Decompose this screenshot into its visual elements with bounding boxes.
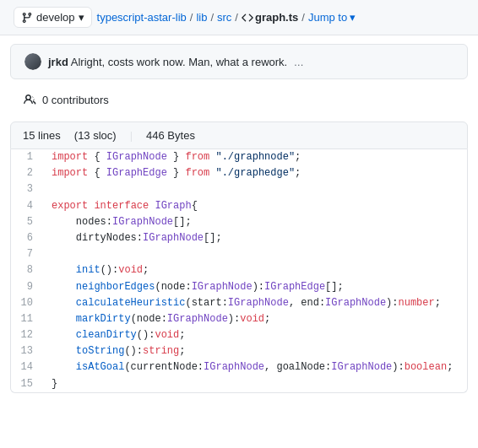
branch-icon <box>21 12 33 24</box>
file-size: 446 Bytes <box>146 129 195 142</box>
table-row: 14 isAtGoal(currentNode:IGraphNode, goal… <box>11 359 467 375</box>
line-number: 2 <box>11 165 43 181</box>
table-row: 4 export interface IGraph{ <box>11 198 467 214</box>
table-row: 3 <box>11 181 467 197</box>
breadcrumb: typescript-astar-lib / lib / src / graph… <box>97 11 356 24</box>
line-code: cleanDirty():void; <box>43 327 467 343</box>
avatar <box>24 53 41 70</box>
table-row: 1 import { IGraphNode } from "./graphnod… <box>11 149 467 165</box>
breadcrumb-file: graph.ts <box>242 11 298 24</box>
line-number: 4 <box>11 198 43 214</box>
header-bar: develop ▾ typescript-astar-lib / lib / s… <box>0 0 478 35</box>
breadcrumb-src[interactable]: src <box>217 11 231 24</box>
line-code: } <box>43 376 467 392</box>
code-container: 1 import { IGraphNode } from "./graphnod… <box>10 149 468 393</box>
table-row: 13 toString():string; <box>11 343 467 359</box>
branch-dropdown-icon: ▾ <box>79 11 84 24</box>
table-row: 10 calculateHeuristic(start:IGraphNode, … <box>11 295 467 311</box>
table-row: 7 <box>11 246 467 262</box>
branch-button[interactable]: develop ▾ <box>14 7 92 28</box>
code-icon <box>242 12 253 24</box>
line-number: 13 <box>11 343 43 359</box>
jump-to-button[interactable]: Jump to ▾ <box>308 11 356 24</box>
table-row: 9 neighborEdges(node:IGraphNode):IGraphE… <box>11 279 467 295</box>
commit-author[interactable]: jrkd <box>48 56 68 68</box>
line-code <box>43 246 467 262</box>
table-row: 5 nodes:IGraphNode[]; <box>11 214 467 230</box>
line-code: import { IGraphNode } from "./graphnode"… <box>43 149 467 165</box>
line-code: neighborEdges(node:IGraphNode):IGraphEdg… <box>43 279 467 295</box>
line-number: 14 <box>11 359 43 375</box>
contributors-count: 0 contributors <box>42 94 109 106</box>
line-number: 12 <box>11 327 43 343</box>
branch-label: develop <box>36 11 75 24</box>
line-number: 6 <box>11 230 43 246</box>
line-number: 5 <box>11 214 43 230</box>
line-code: dirtyNodes:IGraphNode[]; <box>43 230 467 246</box>
code-table: 1 import { IGraphNode } from "./graphnod… <box>11 149 467 392</box>
line-number: 15 <box>11 376 43 392</box>
line-code: toString():string; <box>43 343 467 359</box>
commit-msg-text: Alright, costs work now. Man, what a rew… <box>71 56 287 68</box>
commit-message: jrkd Alright, costs work now. Man, what … <box>48 56 304 68</box>
jump-to-icon: ▾ <box>350 11 356 24</box>
line-number: 7 <box>11 246 43 262</box>
line-code: export interface IGraph{ <box>43 198 467 214</box>
table-row: 8 init():void; <box>11 262 467 278</box>
table-row: 15 } <box>11 376 467 392</box>
table-row: 11 markDirty(node:IGraphNode):void; <box>11 311 467 327</box>
line-code: nodes:IGraphNode[]; <box>43 214 467 230</box>
line-code: isAtGoal(currentNode:IGraphNode, goalNod… <box>43 359 467 375</box>
breadcrumb-repo[interactable]: typescript-astar-lib <box>97 11 187 24</box>
commit-bar: jrkd Alright, costs work now. Man, what … <box>10 44 468 79</box>
file-lines: 15 lines <box>23 129 61 142</box>
line-code: init():void; <box>43 262 467 278</box>
jump-to-label: Jump to <box>308 11 347 24</box>
line-number: 11 <box>11 311 43 327</box>
breadcrumb-lib[interactable]: lib <box>196 11 207 24</box>
line-code: calculateHeuristic(start:IGraphNode, end… <box>43 295 467 311</box>
line-number: 10 <box>11 295 43 311</box>
line-number: 1 <box>11 149 43 165</box>
table-row: 6 dirtyNodes:IGraphNode[]; <box>11 230 467 246</box>
line-code: import { IGraphEdge } from "./graphedge"… <box>43 165 467 181</box>
contributors-icon <box>24 93 37 106</box>
table-row: 12 cleanDirty():void; <box>11 327 467 343</box>
file-sloc: (13 sloc) <box>74 129 117 142</box>
commit-hash[interactable]: … <box>294 57 304 68</box>
line-code <box>43 181 467 197</box>
line-number: 8 <box>11 262 43 278</box>
contributors-bar: 0 contributors <box>10 86 468 113</box>
line-number: 3 <box>11 181 43 197</box>
file-info-bar: 15 lines (13 sloc) | 446 Bytes <box>10 121 468 149</box>
line-code: markDirty(node:IGraphNode):void; <box>43 311 467 327</box>
table-row: 2 import { IGraphEdge } from "./graphedg… <box>11 165 467 181</box>
line-number: 9 <box>11 279 43 295</box>
